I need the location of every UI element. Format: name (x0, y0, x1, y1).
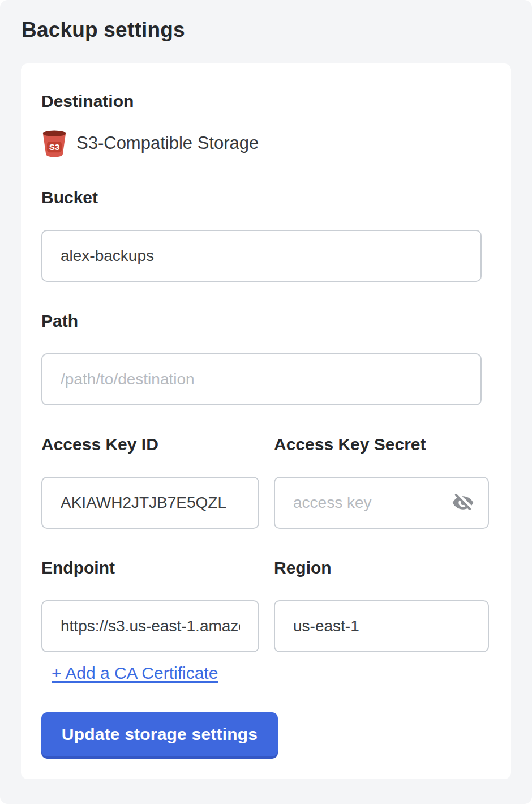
path-input[interactable] (41, 353, 482, 405)
access-key-id-input[interactable] (41, 477, 259, 529)
endpoint-input[interactable] (41, 600, 259, 652)
destination-value-row: S3 S3-Compatible Storage (41, 128, 491, 159)
backup-settings-card: Destination S3 S3-Compatible Storage Buc… (21, 63, 511, 779)
destination-label: Destination (41, 92, 491, 111)
add-ca-certificate-link[interactable]: + Add a CA Certificate (52, 664, 218, 683)
update-storage-settings-button[interactable]: Update storage settings (41, 712, 278, 756)
access-key-secret-label: Access Key Secret (274, 435, 489, 454)
path-label: Path (41, 311, 491, 331)
bucket-input[interactable] (41, 230, 482, 282)
destination-value: S3-Compatible Storage (76, 133, 259, 153)
endpoint-region-inputs-row (41, 600, 491, 652)
access-key-secret-field (274, 477, 489, 529)
endpoint-label: Endpoint (41, 558, 259, 578)
region-input[interactable] (274, 600, 489, 652)
endpoint-region-labels-row: Endpoint Region (41, 558, 491, 578)
backup-settings-panel: Backup settings Destination S3 S3-Compat… (0, 0, 532, 804)
s3-bucket-icon: S3 (41, 129, 67, 157)
region-label: Region (274, 558, 489, 578)
s3-icon-text: S3 (49, 142, 60, 152)
access-key-labels-row: Access Key ID Access Key Secret (41, 435, 491, 454)
bucket-label: Bucket (41, 188, 491, 207)
access-key-inputs-row (41, 477, 491, 529)
access-key-id-label: Access Key ID (41, 435, 259, 454)
page-title: Backup settings (22, 18, 532, 42)
visibility-off-icon[interactable] (452, 493, 474, 512)
